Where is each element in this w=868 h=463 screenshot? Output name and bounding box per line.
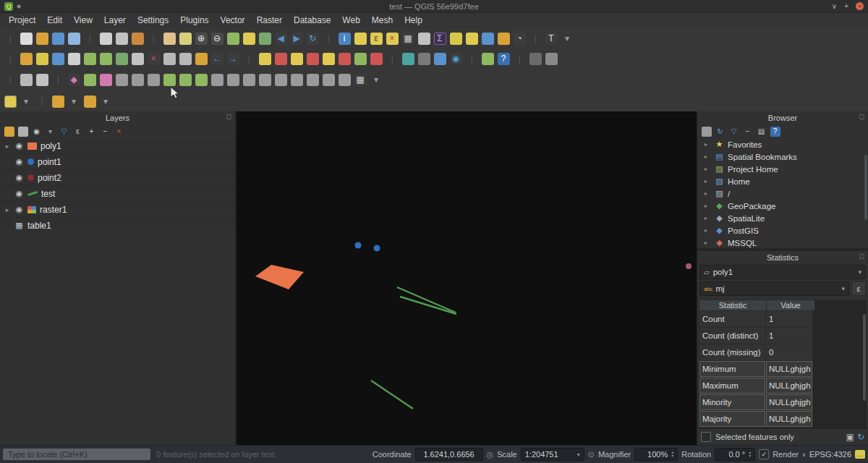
move-label-icon[interactable] xyxy=(336,50,352,67)
stats-table-row[interactable]: Majority NULLghjgh xyxy=(699,411,867,428)
topology-checker-icon[interactable] xyxy=(82,71,98,88)
new-project-icon[interactable] xyxy=(18,30,34,47)
chevron-right-icon[interactable]: ▸ xyxy=(705,141,711,148)
scale-select[interactable]: 1:204751 ▾ xyxy=(521,448,584,461)
chevron-down-icon[interactable]: ▾ xyxy=(66,93,82,110)
browser-item[interactable]: ▸ ◆ PostGIS xyxy=(697,224,868,237)
menu-item[interactable]: Settings xyxy=(132,13,174,28)
toolbar-handle[interactable]: ∣ xyxy=(145,30,161,47)
menu-item[interactable]: Database xyxy=(288,13,336,28)
coordinate-input[interactable]: 1.6241,0.6656 xyxy=(415,448,483,461)
remove-layer-icon[interactable]: × xyxy=(112,124,126,138)
browser-item[interactable]: ▸ ◆ GeoPackage xyxy=(697,200,868,212)
stats-table-row[interactable]: Count 1 xyxy=(699,311,867,328)
snapping-options-icon[interactable]: ◆ xyxy=(66,71,82,88)
menu-item[interactable]: Raster xyxy=(251,13,288,28)
selected-features-only-checkbox[interactable] xyxy=(701,432,711,442)
map-tips-icon[interactable] xyxy=(464,30,480,47)
visibility-eye-icon[interactable]: ◉ xyxy=(14,205,24,214)
menu-item[interactable]: Vector xyxy=(215,13,251,28)
pan-map-icon[interactable] xyxy=(161,30,177,47)
fill-ring-icon[interactable] xyxy=(193,71,209,88)
open-project-icon[interactable] xyxy=(34,30,50,47)
zoom-to-selection-icon[interactable] xyxy=(241,30,257,47)
messages-icon[interactable]: … xyxy=(855,450,865,459)
new-text-annotation-icon[interactable]: T xyxy=(543,30,559,47)
change-label-icon[interactable] xyxy=(368,50,384,67)
labeling-options-icon[interactable] xyxy=(289,50,305,67)
column-header-value[interactable]: Value xyxy=(767,300,815,311)
layer-item-test[interactable]: ◉ test xyxy=(0,186,235,202)
browser-item[interactable]: ▸ ▨ / xyxy=(697,187,868,200)
chevron-right-icon[interactable]: ▸ xyxy=(705,153,711,160)
refresh-map-icon[interactable]: ↻ xyxy=(305,30,320,47)
select-polygon-icon[interactable] xyxy=(34,71,50,88)
menu-item[interactable]: Layer xyxy=(98,13,132,28)
select-by-expression-icon[interactable]: ε xyxy=(368,30,384,47)
zoom-full-icon[interactable] xyxy=(225,30,241,47)
close-button[interactable]: × xyxy=(856,2,864,10)
osm-search-icon[interactable]: ◉ xyxy=(448,50,464,67)
panel-float-icon[interactable]: ◻ xyxy=(859,252,864,260)
browser-item[interactable]: ▸ ▤ Spatial Bookmarks xyxy=(697,150,868,163)
toolbar-handle[interactable]: ∣ xyxy=(320,30,336,47)
menu-item[interactable]: Project xyxy=(3,13,41,28)
zoom-out-icon[interactable]: ⊖ xyxy=(209,30,225,47)
new-spatial-bookmark-icon[interactable] xyxy=(480,30,495,47)
visibility-eye-icon[interactable]: ◉ xyxy=(14,189,24,198)
open-attribute-table-icon[interactable]: ▦ xyxy=(400,30,416,47)
rotation-spinbox[interactable]: 0.0 ° ▴ ▾ xyxy=(715,448,755,461)
toolbar-handle[interactable]: ∣ xyxy=(50,71,66,88)
vertex-editor-icon[interactable]: ▦ xyxy=(352,71,368,88)
stats-table-row[interactable]: Minimum NULLghjgh xyxy=(699,361,867,378)
digitize-with-segment-icon[interactable] xyxy=(66,50,82,67)
map-theme-icon[interactable] xyxy=(400,50,416,67)
show-preview-icon[interactable] xyxy=(416,50,432,67)
menu-item[interactable]: Mesh xyxy=(366,13,399,28)
clip-raster-icon[interactable] xyxy=(18,71,34,88)
layer-item-point2[interactable]: ◉ point2 xyxy=(0,170,235,186)
move-feature-icon[interactable] xyxy=(114,71,129,88)
field-calculator-icon[interactable] xyxy=(416,30,432,47)
stats-table-row[interactable]: Count (distinct) 1 xyxy=(699,328,867,344)
chevron-right-icon[interactable]: ▸ xyxy=(4,206,11,213)
help-contents-icon[interactable]: ? xyxy=(495,50,511,67)
render-checkbox[interactable]: ✓ xyxy=(759,449,769,459)
show-hidden-labels-icon[interactable] xyxy=(320,50,336,67)
spin-down-icon[interactable]: ▾ xyxy=(671,454,673,458)
chevron-down-icon[interactable]: ▾ xyxy=(98,93,114,110)
browser-item[interactable]: ▸ ▨ Project Home xyxy=(697,163,868,175)
toggle-extents-icon[interactable]: ◎ xyxy=(487,450,494,459)
chevron-right-icon[interactable]: ▸ xyxy=(705,190,711,197)
add-point-feature-icon[interactable] xyxy=(82,50,98,67)
layer-item-table1[interactable]: ▦ table1 xyxy=(0,218,235,234)
metasearch-tool-icon[interactable] xyxy=(82,93,98,110)
menu-item[interactable]: Plugins xyxy=(174,13,214,28)
add-polygon-feature-icon[interactable] xyxy=(114,50,129,67)
menu-item[interactable]: Edit xyxy=(41,13,68,28)
layer-item-raster1[interactable]: ▸ ◉ raster1 xyxy=(0,202,235,218)
toolbar-handle[interactable]: ∣ xyxy=(2,71,18,88)
add-line-feature-icon[interactable] xyxy=(98,50,114,67)
save-project-icon[interactable] xyxy=(50,30,66,47)
chevron-down-icon[interactable]: ▾ xyxy=(18,93,34,110)
rotate-label-icon[interactable] xyxy=(352,50,368,67)
show-spatial-bookmarks-icon[interactable] xyxy=(495,30,511,47)
redo-icon[interactable]: → xyxy=(225,50,241,67)
select-features-icon[interactable] xyxy=(352,30,368,47)
collapse-all-icon[interactable]: − xyxy=(741,124,754,138)
toggle-editing-icon[interactable] xyxy=(34,50,50,67)
panel-float-icon[interactable]: ◻ xyxy=(859,113,864,120)
style-manager-icon[interactable] xyxy=(129,30,145,47)
refresh-statistics-icon[interactable]: ↻ xyxy=(857,432,864,442)
cut-features-icon[interactable] xyxy=(161,50,177,67)
filter-by-expression-icon[interactable]: ε xyxy=(71,124,85,138)
spin-down-icon[interactable]: ▾ xyxy=(749,454,751,458)
reshape-features-icon[interactable] xyxy=(241,71,257,88)
undo-icon[interactable]: ← xyxy=(209,50,225,67)
locate-input[interactable] xyxy=(3,449,150,460)
merge-features-icon[interactable] xyxy=(305,71,320,88)
current-edits-icon[interactable] xyxy=(18,50,34,67)
filter-browser-icon[interactable]: ▽ xyxy=(727,124,741,138)
visibility-eye-icon[interactable]: ◉ xyxy=(14,157,24,166)
